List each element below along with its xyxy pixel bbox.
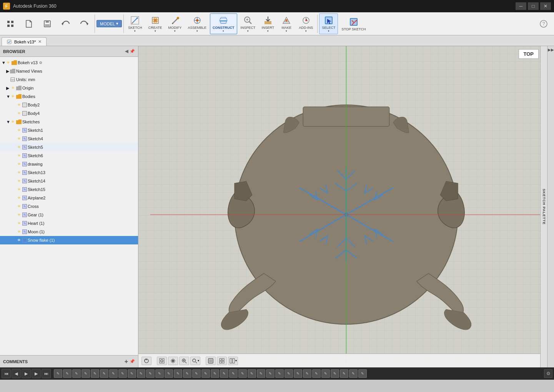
orbit-button[interactable] [141, 357, 151, 365]
tl-item-34[interactable]: ✎ [358, 369, 367, 378]
tl-item-22[interactable]: ✎ [248, 369, 256, 378]
tree-sketches[interactable]: ▼ 👁 Sketches [0, 118, 138, 126]
tl-item-9[interactable]: ✎ [128, 369, 136, 378]
maximize-button[interactable]: □ [528, 2, 539, 10]
close-button[interactable]: ✕ [540, 2, 551, 10]
minimize-button[interactable]: ─ [516, 2, 526, 10]
tree-bodies[interactable]: ▼ 👁 Bodies [0, 92, 138, 101]
tl-item-28[interactable]: ✎ [303, 369, 311, 378]
tree-sketch15[interactable]: 👁 ✎ Sketch15 [0, 185, 138, 194]
pan-button[interactable] [168, 357, 178, 365]
redo-button[interactable] [75, 17, 93, 31]
browser-pin[interactable]: 📌 [130, 49, 135, 54]
tl-item-2[interactable]: ✎ [63, 369, 72, 378]
comments-pin[interactable]: 📌 [130, 359, 135, 364]
tl-item-21[interactable]: ✎ [238, 369, 247, 378]
tree-sketch4[interactable]: 👁 ✎ Sketch4 [0, 135, 138, 143]
tl-item-32[interactable]: ✎ [340, 369, 348, 378]
add-ins-button[interactable]: ADD-INS ▾ [296, 13, 316, 34]
tl-item-25[interactable]: ✎ [275, 369, 284, 378]
tl-item-10[interactable]: ✎ [137, 369, 145, 378]
stop-sketch-button[interactable]: STOP SKETCH [339, 15, 368, 33]
tl-item-15[interactable]: ✎ [183, 369, 191, 378]
tl-item-23[interactable]: ✎ [257, 369, 265, 378]
tree-snowflake[interactable]: 👁 ✎ Snow flake (1) [0, 236, 138, 244]
tree-drawing[interactable]: 👁 ✎ drawing [0, 160, 138, 168]
save-button[interactable] [38, 17, 56, 31]
tree-sketch1[interactable]: 👁 ✎ Sketch1 [0, 126, 138, 135]
tl-item-16[interactable]: ✎ [192, 369, 201, 378]
undo-button[interactable] [57, 17, 75, 31]
tl-item-4[interactable]: ✎ [82, 369, 90, 378]
timeline-settings[interactable]: ⚙ [544, 369, 552, 378]
zoom-fit-button[interactable] [179, 357, 189, 365]
tl-item-7[interactable]: ✎ [109, 369, 118, 378]
tree-sketch6[interactable]: 👁 ✎ Sketch6 [0, 151, 138, 160]
create-button[interactable]: CREATE ▾ [146, 13, 165, 34]
canvas-area[interactable]: TOP 50 ▶▶ SKETCH PALETTE [138, 46, 554, 367]
tl-item-33[interactable]: ✎ [349, 369, 358, 378]
timeline-end[interactable]: ⏭ [42, 369, 51, 378]
sketch-palette-panel[interactable]: SKETCH PALETTE [540, 46, 547, 367]
tree-body2[interactable]: 👁 Body2 [0, 101, 138, 109]
tree-root[interactable]: ▼ 👁 Bokeh v13 ⊙ [0, 58, 138, 67]
tl-item-8[interactable]: ✎ [118, 369, 127, 378]
grid-menu-button[interactable] [2, 17, 19, 31]
tree-airplane2[interactable]: 👁 ✎ Airplane2 [0, 194, 138, 202]
snap-button[interactable] [157, 357, 167, 365]
tl-item-3[interactable]: ✎ [72, 369, 81, 378]
select-button[interactable]: SELECT ▾ [319, 13, 338, 34]
main-tab[interactable]: Bokeh v13* ✕ [2, 37, 47, 46]
timeline-prev[interactable]: ◀ [12, 369, 21, 378]
browser-collapse[interactable]: ◀ [125, 49, 128, 54]
tree-named-views[interactable]: ▶ Named Views [0, 67, 138, 75]
tree-cross[interactable]: 👁 ✎ Cross [0, 202, 138, 211]
tree-sketch13[interactable]: 👁 ✎ Sketch13 [0, 168, 138, 177]
tl-item-5[interactable]: ✎ [91, 369, 99, 378]
tl-item-27[interactable]: ✎ [294, 369, 302, 378]
tl-item-19[interactable]: ✎ [220, 369, 228, 378]
tree-sketch14[interactable]: 👁 ✎ Sketch14 [0, 177, 138, 185]
timeline-begin[interactable]: ⏮ [2, 369, 11, 378]
display-mode-button[interactable] [206, 357, 216, 365]
zoom-dropdown[interactable]: ▾ [190, 357, 200, 365]
tl-item-18[interactable]: ✎ [211, 369, 219, 378]
tl-item-13[interactable]: ✎ [165, 369, 173, 378]
assemble-button[interactable]: ASSEMBLE ▾ [185, 13, 209, 34]
modify-button[interactable]: MODIFY ▾ [165, 13, 184, 34]
add-comment-button[interactable]: + [125, 358, 128, 365]
grid-button[interactable] [217, 357, 227, 365]
panels-button[interactable]: ▾ [228, 357, 238, 365]
tab-close[interactable]: ✕ [38, 39, 42, 44]
tl-item-1[interactable]: ✎ [54, 369, 62, 378]
tl-item-24[interactable]: ✎ [266, 369, 275, 378]
tree-body4[interactable]: 👁 Body4 [0, 109, 138, 118]
mode-button[interactable]: MODEL ▾ [96, 20, 122, 27]
tl-item-30[interactable]: ✎ [321, 369, 330, 378]
tl-item-29[interactable]: ✎ [312, 369, 321, 378]
file-menu-button[interactable] [20, 17, 38, 31]
tl-item-11[interactable]: ✎ [146, 369, 155, 378]
tree-heart[interactable]: 👁 ✎ Heart (1) [0, 219, 138, 228]
tree-sketch5[interactable]: 👁 ✎ Sketch5 [0, 143, 138, 151]
sketch-button[interactable]: SKETCH ▾ [125, 13, 145, 34]
tl-item-14[interactable]: ✎ [174, 369, 182, 378]
tl-item-17[interactable]: ✎ [201, 369, 210, 378]
tl-item-6[interactable]: ✎ [100, 369, 108, 378]
tl-item-31[interactable]: ✎ [331, 369, 339, 378]
timeline-play[interactable]: ▶ [22, 369, 31, 378]
timeline-next[interactable]: ▶ [32, 369, 41, 378]
tl-item-20[interactable]: ✎ [229, 369, 238, 378]
inspect-button[interactable]: INSPECT ▾ [238, 13, 258, 34]
help-button[interactable]: ? [535, 17, 552, 31]
tree-origin[interactable]: ▶ 👁 Origin [0, 84, 138, 92]
tree-gear[interactable]: 👁 ✎ Gear (1) [0, 211, 138, 219]
construct-button[interactable]: CONSTRUCT ▾ [210, 13, 237, 34]
right-panel-toggle[interactable]: ▶▶ [547, 46, 554, 367]
insert-button[interactable]: INSERT ▾ [259, 13, 277, 34]
tl-item-26[interactable]: ✎ [284, 369, 293, 378]
tree-moon[interactable]: 👁 ✎ Moon (1) [0, 228, 138, 236]
tl-item-12[interactable]: ✎ [155, 369, 164, 378]
make-button[interactable]: MAKE ▾ [278, 13, 295, 34]
svg-rect-2 [7, 25, 10, 27]
